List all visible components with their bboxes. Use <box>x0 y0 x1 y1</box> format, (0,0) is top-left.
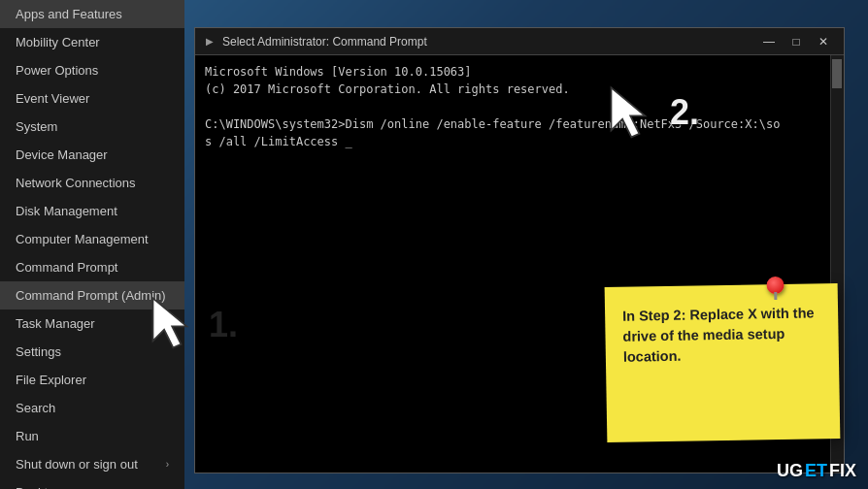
menu-item-label: Shut down or sign out <box>16 457 138 472</box>
cursor-1 <box>144 296 202 344</box>
context-menu-item[interactable]: Disk Management <box>0 197 184 225</box>
menu-item-label: System <box>16 119 57 134</box>
watermark-prefix: UG <box>777 461 803 481</box>
menu-item-label: Computer Management <box>16 232 149 246</box>
context-menu-item[interactable]: Apps and Features <box>0 0 184 28</box>
watermark: UGETFIX <box>777 461 856 481</box>
sticky-note-text: In Step 2: Replace X with the drive of t… <box>622 303 821 368</box>
menu-item-label: Mobility Center <box>16 35 100 49</box>
context-menu-item[interactable]: System <box>0 113 184 141</box>
menu-item-label: Search <box>16 401 55 415</box>
step-1-label: 1. <box>209 305 238 345</box>
minimize-button[interactable]: — <box>756 33 782 50</box>
context-menu-item[interactable]: File Explorer <box>0 366 184 394</box>
cursor-2 <box>602 85 660 134</box>
context-menu-item[interactable]: Event Viewer <box>0 84 184 113</box>
scrollbar-thumb[interactable] <box>832 59 842 88</box>
context-menu-item[interactable]: Desktop <box>0 478 184 489</box>
menu-item-label: Disk Management <box>16 204 117 218</box>
context-menu-item[interactable]: Shut down or sign out› <box>0 450 184 478</box>
watermark-suffix: FIX <box>829 461 856 481</box>
menu-item-label: Desktop <box>16 485 62 489</box>
step-2-label: 2. <box>670 92 699 133</box>
titlebar-left: ▶ Select Administrator: Command Prompt <box>203 35 427 49</box>
watermark-accent: ET <box>805 461 827 481</box>
submenu-arrow-icon: › <box>166 459 169 470</box>
menu-item-label: Power Options <box>16 63 98 78</box>
menu-item-label: Command Prompt <box>16 260 117 275</box>
titlebar-controls: — □ ✕ <box>756 33 836 50</box>
sticky-note: In Step 2: Replace X with the drive of t… <box>605 283 841 442</box>
svg-marker-0 <box>152 298 186 347</box>
svg-marker-1 <box>611 87 645 137</box>
menu-item-label: Apps and Features <box>16 7 122 21</box>
context-menu-item[interactable]: Device Manager <box>0 141 184 169</box>
context-menu-item[interactable]: Network Connections <box>0 169 184 197</box>
menu-item-label: Task Manager <box>16 316 95 331</box>
pin-icon <box>766 277 784 294</box>
context-menu-item[interactable]: Mobility Center <box>0 28 184 56</box>
cmd-title: Select Administrator: Command Prompt <box>222 35 427 49</box>
menu-item-label: Network Connections <box>16 176 136 190</box>
menu-item-label: Settings <box>16 344 61 359</box>
context-menu-item[interactable]: Power Options <box>0 56 184 84</box>
menu-item-label: Device Manager <box>16 147 108 162</box>
close-button[interactable]: ✕ <box>811 33 836 50</box>
cmd-titlebar: ▶ Select Administrator: Command Prompt —… <box>195 28 844 55</box>
maximize-button[interactable]: □ <box>784 33 809 50</box>
menu-item-label: Run <box>16 429 39 443</box>
context-menu-item[interactable]: Search <box>0 394 184 422</box>
menu-item-label: Event Viewer <box>16 91 89 106</box>
context-menu-item[interactable]: Run <box>0 422 184 450</box>
cmd-output: Microsoft Windows [Version 10.0.15063] (… <box>205 63 834 150</box>
cmd-icon: ▶ <box>203 35 217 49</box>
context-menu: Apps and FeaturesMobility CenterPower Op… <box>0 0 184 489</box>
context-menu-item[interactable]: Command Prompt <box>0 253 184 281</box>
menu-item-label: File Explorer <box>16 373 86 387</box>
context-menu-item[interactable]: Computer Management <box>0 225 184 253</box>
